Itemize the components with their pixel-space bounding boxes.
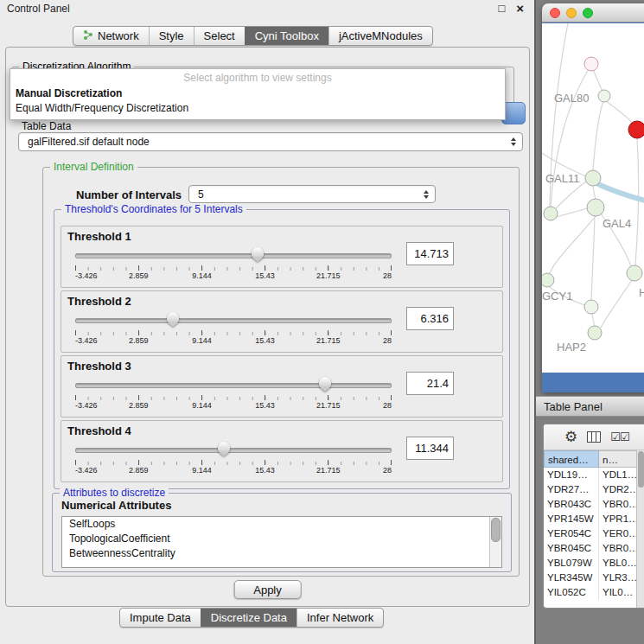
slider-ruler [75, 265, 392, 271]
right-region: GAL80GAL11GAL4GCY1HAP2H Table Panel ⚙ ☑☑… [536, 0, 644, 644]
tab-select[interactable]: Select [194, 27, 245, 45]
slider-handle[interactable] [167, 312, 179, 328]
network-node[interactable] [542, 273, 554, 287]
select-columns-icon[interactable]: ☑☑ [610, 430, 628, 443]
network-node[interactable] [585, 170, 601, 186]
column-header-shared-name[interactable]: shared… [544, 450, 599, 468]
number-of-intervals-label: Number of Intervals [76, 188, 182, 201]
top-tabbar: Network Style Select Cyni Toolbox jActiv… [73, 26, 433, 46]
table-row[interactable]: YER054CYER0… [544, 526, 637, 541]
threshold-slider[interactable] [75, 442, 392, 457]
network-edge [557, 208, 587, 217]
tab-style[interactable]: Style [149, 27, 194, 45]
threshold-value-field[interactable] [406, 242, 454, 265]
tab-discretize-data[interactable]: Discretize Data [201, 609, 296, 627]
combo-arrows-icon [424, 190, 429, 199]
apply-button[interactable]: Apply [233, 580, 302, 599]
network-node[interactable] [587, 199, 604, 216]
network-node[interactable] [584, 57, 598, 71]
float-window-icon[interactable]: □ [498, 2, 505, 16]
tab-cyni-toolbox[interactable]: Cyni Toolbox [245, 27, 328, 45]
table-row[interactable]: YIL052CYIL0… [544, 585, 637, 600]
close-icon[interactable]: × [516, 2, 524, 16]
threshold-value-field[interactable] [406, 372, 454, 395]
network-node[interactable] [598, 90, 610, 102]
column-header-name[interactable]: n… [599, 450, 637, 468]
bottom-tabbar: Impute Data Discretize Data Infer Networ… [119, 608, 384, 628]
threshold-slider[interactable] [75, 377, 392, 392]
network-edge [556, 182, 586, 208]
cyni-toolbox-panel: Discretization Algorithm Select algorith… [5, 47, 530, 607]
slider-handle[interactable] [319, 377, 331, 392]
slider-tick-labels: -3.4262.8599.14415.4321.71528 [75, 271, 392, 281]
threshold-slider[interactable] [75, 312, 392, 328]
close-button[interactable] [550, 8, 560, 18]
columns-icon[interactable] [587, 431, 601, 443]
table-row[interactable]: YBR043CYBR0… [544, 497, 637, 512]
table-row[interactable]: YBR045CYBR0… [544, 541, 637, 556]
network-node[interactable] [588, 326, 602, 340]
minimize-button[interactable] [566, 8, 577, 18]
tab-jactivemnodules[interactable]: jActiveMNodules [328, 27, 432, 45]
threshold-panel: Threshold 3 -3.4262.8599.14415.4321.7152… [61, 355, 503, 418]
table-data-combobox[interactable]: galFiltered.sif default node [18, 132, 523, 151]
node-table: shared… n… YDL19…YDL1… YDR27…YDR2… YBR04… [544, 450, 637, 608]
table-row[interactable]: YBL079WYBL0… [544, 556, 637, 571]
zoom-button[interactable] [583, 8, 593, 18]
slider-track[interactable] [75, 253, 392, 258]
slider-track[interactable] [75, 318, 392, 323]
table-scrollbar[interactable] [636, 450, 644, 608]
network-node-label: GAL11 [545, 172, 580, 185]
network-node[interactable] [627, 265, 642, 281]
scrollbar-thumb[interactable] [491, 518, 501, 542]
network-node[interactable] [584, 300, 598, 314]
network-node[interactable] [628, 121, 644, 138]
list-scrollbar[interactable] [489, 517, 501, 567]
threshold-label: Threshold 4 [67, 424, 131, 437]
numerical-attributes-list: SelfLoops TopologicalCoefficient Between… [61, 516, 502, 568]
panel-title: Control Panel [7, 3, 70, 15]
network-icon [83, 29, 93, 42]
slider-tick-labels: -3.4262.8599.14415.4321.71528 [75, 401, 392, 411]
threshold-value-field[interactable] [406, 437, 454, 460]
dropdown-option-equal-width-frequency[interactable]: Equal Width/Frequency Discretization [10, 100, 505, 115]
slider-tick-labels: -3.4262.8599.14415.4321.71528 [75, 336, 392, 346]
list-item[interactable]: BetweennessCentrality [62, 546, 501, 561]
table-row[interactable]: YPR145WYPR1… [544, 512, 637, 526]
thresholds-group: Threshold's Coordinates for 5 Intervals … [54, 209, 510, 489]
network-edge [593, 101, 603, 170]
network-node-label: H [639, 286, 644, 299]
slider-ruler [75, 330, 392, 335]
table-row[interactable]: YLR345WYLR3… [544, 571, 637, 585]
list-item[interactable]: SelfLoops [62, 517, 501, 532]
network-node[interactable] [544, 207, 558, 220]
table-header-row: shared… n… [544, 450, 637, 468]
slider-ruler [75, 460, 392, 465]
number-of-intervals-combobox[interactable]: 5 [188, 185, 436, 203]
table-panel-header: Table Panel [536, 396, 644, 417]
network-node-label: GAL4 [603, 217, 631, 230]
slider-track[interactable] [75, 383, 392, 388]
network-canvas[interactable]: GAL80GAL11GAL4GCY1HAP2H [542, 23, 644, 373]
threshold-slider[interactable] [75, 247, 392, 263]
tab-impute-data[interactable]: Impute Data [120, 609, 201, 627]
gear-icon[interactable]: ⚙ [564, 430, 577, 444]
tab-infer-network[interactable]: Infer Network [296, 609, 383, 627]
slider-track[interactable] [75, 448, 392, 453]
dropdown-option-manual-discretization[interactable]: Manual Discretization [10, 86, 505, 100]
interval-definition-title: Interval Definition [50, 161, 137, 173]
table-row[interactable]: YDL19…YDL1… [544, 468, 637, 482]
network-window-titlebar[interactable] [542, 3, 644, 22]
attributes-group-title: Attributes to discretize [60, 487, 169, 499]
combo-arrows-icon [511, 137, 516, 146]
threshold-label: Threshold 3 [67, 360, 131, 373]
slider-handle[interactable] [218, 442, 230, 457]
threshold-value-field[interactable] [406, 307, 454, 330]
thresholds-group-title: Threshold's Coordinates for 5 Intervals [61, 203, 246, 215]
table-row[interactable]: YDR27…YDR2… [544, 482, 637, 497]
list-item[interactable]: TopologicalCoefficient [62, 532, 501, 546]
tab-network[interactable]: Network [73, 27, 149, 45]
slider-handle[interactable] [252, 247, 264, 263]
threshold-panel: Threshold 4 -3.4262.8599.14415.4321.7152… [61, 420, 503, 482]
scrollbar-thumb[interactable] [638, 451, 644, 488]
